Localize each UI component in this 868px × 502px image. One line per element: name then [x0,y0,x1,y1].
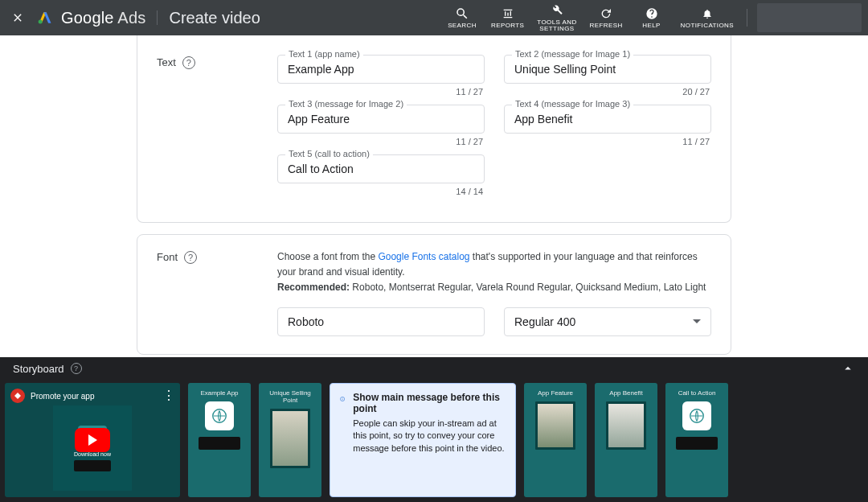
search-icon [455,6,469,21]
storyboard-frame-3[interactable]: App Feature [524,383,587,497]
help-icon[interactable]: ? [182,56,195,69]
text2-field-wrap: Text 2 (message for Image 1) 20 / 27 [504,55,711,105]
text1-field-wrap: Text 1 (app name) 11 / 27 [277,55,485,105]
refresh-icon [600,6,612,21]
text-section-card: Text ? Text 1 (app name) 11 / 27 Text 2 … [137,35,731,223]
google-ads-logo-icon [37,10,53,26]
text2-count: 20 / 27 [504,87,710,97]
notifications-button[interactable]: NOTIFICATIONS [681,6,734,29]
storyboard-frame-4[interactable]: App Benefit [595,383,657,497]
help-icon [645,6,658,21]
font-family-input[interactable] [277,307,485,336]
text2-input[interactable] [504,55,711,84]
help-button[interactable]: HELP [636,6,668,29]
svg-rect-6 [342,397,343,398]
font-description: Choose a font from the Google Fonts cata… [277,249,711,296]
svg-rect-5 [342,398,343,400]
storyboard-panel: Storyboard ? Promote your app ⋮ Download… [0,357,868,502]
tools-settings-button[interactable]: TOOLS ANDSETTINGS [537,3,576,32]
youtube-play-icon [75,428,110,452]
app-badge-icon [10,388,26,404]
text4-count: 11 / 27 [504,137,710,146]
chevron-up-icon [841,361,855,376]
text4-input[interactable] [504,105,711,134]
text-section-label: Text [157,56,176,68]
refresh-button[interactable]: REFRESH [590,6,623,29]
help-icon[interactable]: ? [71,363,82,374]
storyboard-frame-2[interactable]: Unique Selling Point [259,383,321,497]
text3-input[interactable] [277,105,485,134]
reports-button[interactable]: REPORTS [491,6,524,29]
font-section-label: Font [157,251,178,263]
text5-input[interactable] [277,154,485,183]
brand-label: Google Ads [61,9,145,27]
storyboard-tip: Show main message before this point Peop… [330,383,516,497]
info-icon [340,392,345,406]
google-play-badge-icon [74,460,111,471]
close-icon[interactable] [6,6,29,29]
google-play-badge-icon [676,437,718,450]
tip-title: Show main message before this point [353,392,506,414]
bell-icon [702,6,713,21]
video-menu-icon[interactable]: ⋮ [162,388,175,403]
svg-point-0 [39,20,43,24]
font-weight-select[interactable]: Regular 400 [504,307,711,336]
storyboard-label: Storyboard [13,363,64,375]
chevron-down-icon [693,319,701,323]
text3-count: 11 / 27 [277,137,483,146]
help-icon[interactable]: ? [184,251,197,264]
video-preview[interactable]: Promote your app ⋮ Download now [5,383,180,497]
app-icon [682,401,711,430]
page-title: Create video [169,9,260,27]
google-play-badge-icon [199,437,240,450]
wrench-icon [551,3,563,18]
text1-count: 11 / 27 [277,87,483,97]
storyboard-frame-1[interactable]: Example App [188,383,251,497]
google-fonts-link[interactable]: Google Fonts catalog [378,251,469,262]
app-icon [205,401,234,430]
storyboard-frame-5[interactable]: Call to Action [665,383,728,497]
account-switcher[interactable] [757,3,862,32]
text5-count: 14 / 14 [277,187,483,196]
tip-body: People can skip your in-stream ad at thi… [353,418,506,455]
top-bar: Google Ads Create video SEARCH REPORTS T… [0,0,868,35]
font-section-card: Font ? Choose a font from the Google Fon… [137,234,731,355]
reports-icon [502,6,514,21]
collapse-storyboard-button[interactable] [841,361,855,376]
form-area: Text ? Text 1 (app name) 11 / 27 Text 2 … [0,35,868,357]
text1-input[interactable] [277,55,485,84]
search-button[interactable]: SEARCH [446,6,478,29]
video-title: Promote your app [31,392,95,401]
